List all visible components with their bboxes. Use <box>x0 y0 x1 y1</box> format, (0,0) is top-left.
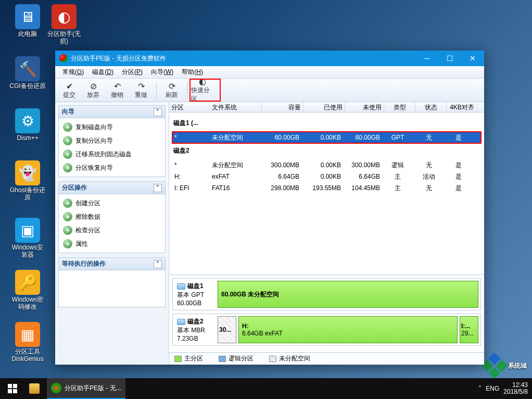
disk-icon <box>177 319 185 325</box>
wizard-panel: 向导 ˄ ✦复制磁盘向导✦复制分区向导✦迁移系统到固态磁盘✦分区恢复向导 <box>58 105 166 177</box>
wizard-icon: ✦ <box>63 212 72 221</box>
grid-header: 分区文件系统容量已使用未使用类型状态4KB对齐 <box>169 102 484 113</box>
partition-block[interactable]: 30... <box>218 316 236 343</box>
watermark: 系统城 <box>485 356 527 375</box>
icon-label: Ghost备份还原 <box>9 186 46 201</box>
disk-icon <box>177 283 185 290</box>
swatch <box>269 356 276 362</box>
app-icon: ◐ <box>52 4 77 29</box>
toolbar: ✔提交⊘放弃↶撤销↷重做⟳刷新◐快速分区 <box>55 79 484 102</box>
toolbar-快速分区[interactable]: ◐快速分区 <box>191 80 214 101</box>
column-header[interactable]: 4KB对齐 <box>447 102 478 112</box>
desktop-icon-7[interactable]: ▦分区工具DiskGenius <box>9 322 46 363</box>
partition-row[interactable]: *未分配空间60.00GB0.00KB60.00GBGPT无是 <box>172 132 481 143</box>
icon-label: Dism++ <box>9 134 46 142</box>
wizard-icon: ✦ <box>63 149 72 159</box>
column-header[interactable]: 状态 <box>415 102 447 112</box>
partition-row[interactable]: H:exFAT6.64GB0.00KB6.64GB主活动是 <box>172 171 481 182</box>
menu-item[interactable]: 分区(P) <box>118 66 147 78</box>
minimize-button[interactable]: ─ <box>415 51 438 66</box>
column-header[interactable]: 未使用 <box>345 102 384 112</box>
toolbar-刷新[interactable]: ⟳刷新 <box>160 80 184 101</box>
maximize-button[interactable]: ☐ <box>438 51 461 66</box>
sidebar-item[interactable]: ✦擦除数据 <box>59 210 165 223</box>
partops-panel-header[interactable]: 分区操作 ˄ <box>59 182 165 194</box>
sidebar-item[interactable]: ✦属性 <box>59 237 165 251</box>
clock[interactable]: 12:43 2018/5/8 <box>503 382 528 395</box>
lang-indicator[interactable]: ENG <box>486 385 499 392</box>
sidebar-item[interactable]: ✦复制分区向导 <box>59 134 165 147</box>
menu-item[interactable]: 磁盘(D) <box>88 66 118 78</box>
collapse-icon[interactable]: ˄ <box>154 108 162 116</box>
menu-item[interactable]: 向导(W) <box>147 66 178 78</box>
taskbar: 分区助手PE版 - 无... ˄ ENG 12:43 2018/5/8 <box>0 378 532 399</box>
sidebar-item[interactable]: ✦创建分区 <box>59 196 165 210</box>
toolbar-放弃[interactable]: ⊘放弃 <box>81 80 105 101</box>
partition-block[interactable]: 60.00GB 未分配空间 <box>218 281 478 308</box>
disk-maps: 磁盘1基本 GPT60.00GB60.00GB 未分配空间磁盘2基本 MBR7.… <box>169 275 484 352</box>
sidebar: 向导 ˄ ✦复制磁盘向导✦复制分区向导✦迁移系统到固态磁盘✦分区恢复向导 分区操… <box>55 102 169 365</box>
desktop-icon-6[interactable]: 🔑Windows密码修改 <box>9 270 46 310</box>
column-header[interactable]: 类型 <box>384 102 415 112</box>
system-tray[interactable]: ˄ ENG 12:43 2018/5/8 <box>474 382 532 395</box>
disk-map[interactable]: 磁盘1基本 GPT60.00GB60.00GB 未分配空间 <box>172 278 481 310</box>
grid-body[interactable]: 磁盘1 (...*未分配空间60.00GB0.00KB60.00GBGPT无是磁… <box>169 113 484 275</box>
legend-item: 主分区 <box>174 354 203 363</box>
icon-label: 此电脑 <box>9 30 46 38</box>
icon-label: 分区助手(无损) <box>46 30 82 45</box>
partition-block[interactable]: H:6.64GB exFAT <box>238 316 458 343</box>
icon-label: 分区工具DiskGenius <box>9 348 46 363</box>
menu-item[interactable]: 常规(G) <box>58 66 88 78</box>
desktop-icon-2[interactable]: 🔨CGI备份还原 <box>9 56 46 90</box>
pending-panel: 等待执行的操作 ˄ <box>58 257 166 307</box>
column-header[interactable]: 文件系统 <box>210 102 262 112</box>
taskbar-partition-assistant[interactable]: 分区助手PE版 - 无... <box>47 378 125 399</box>
app-icon: ▦ <box>15 322 40 347</box>
desktop-icon-4[interactable]: 👻Ghost备份还原 <box>9 160 46 201</box>
collapse-icon[interactable]: ˄ <box>154 260 162 268</box>
partition-block[interactable]: I:...29... <box>460 316 478 343</box>
sidebar-item[interactable]: ✦分区恢复向导 <box>59 161 165 174</box>
pending-panel-header[interactable]: 等待执行的操作 ˄ <box>59 258 165 270</box>
wizard-panel-header[interactable]: 向导 ˄ <box>59 106 165 118</box>
desktop-icon-5[interactable]: ▣Windows安装器 <box>9 218 46 258</box>
tray-up-icon[interactable]: ˄ <box>478 385 482 392</box>
taskbar-file-explorer[interactable] <box>25 378 47 399</box>
wizard-icon: ✦ <box>63 136 72 145</box>
titlebar[interactable]: 分区助手PE版 - 无损分区免费软件 ─ ☐ ✕ <box>55 51 484 66</box>
sidebar-item[interactable]: ✦检查分区 <box>59 223 165 237</box>
wizard-icon: ✦ <box>63 122 72 132</box>
start-button[interactable] <box>0 378 25 399</box>
legend: 主分区逻辑分区未分配空间 <box>169 352 484 365</box>
sidebar-item[interactable]: ✦迁移系统到固态磁盘 <box>59 147 165 161</box>
app-icon: 👻 <box>15 160 40 185</box>
partition-row[interactable]: I: EFIFAT16298.00MB193.55MB104.45MB主无是 <box>172 182 481 194</box>
app-icon: ⚙ <box>15 108 40 133</box>
partition-assistant-window: 分区助手PE版 - 无损分区免费软件 ─ ☐ ✕ 常规(G)磁盘(D)分区(P)… <box>55 51 484 365</box>
collapse-icon[interactable]: ˄ <box>154 184 162 192</box>
window-title: 分区助手PE版 - 无损分区免费软件 <box>71 54 415 63</box>
icon-label: CGI备份还原 <box>9 82 46 90</box>
main-area: 分区文件系统容量已使用未使用类型状态4KB对齐 磁盘1 (...*未分配空间60… <box>169 102 484 365</box>
sidebar-item[interactable]: ✦复制磁盘向导 <box>59 120 165 134</box>
folder-icon <box>29 383 40 394</box>
app-icon <box>59 54 68 63</box>
desktop-icon-0[interactable]: 🖥此电脑 <box>9 4 46 38</box>
toolbar-提交[interactable]: ✔提交 <box>57 80 81 101</box>
wizard-icon: ✦ <box>63 163 72 172</box>
column-header[interactable]: 已使用 <box>303 102 345 112</box>
desktop-icon-1[interactable]: ◐分区助手(无损) <box>46 4 82 45</box>
toolbar-撤销[interactable]: ↶撤销 <box>105 80 129 101</box>
desktop-icon-3[interactable]: ⚙Dism++ <box>9 108 46 142</box>
app-icon <box>51 383 61 393</box>
disk-map[interactable]: 磁盘2基本 MBR7.23GB30...H:6.64GB exFATI:...2… <box>172 314 481 346</box>
toolbar-重做[interactable]: ↷重做 <box>129 80 153 101</box>
column-header[interactable]: 容量 <box>262 102 303 112</box>
partops-panel: 分区操作 ˄ ✦创建分区✦擦除数据✦检查分区✦属性 <box>58 181 166 253</box>
快速分区-icon: ◐ <box>199 77 206 86</box>
partition-row[interactable]: *未分配空间300.00MB0.00KB300.00MB逻辑无是 <box>172 159 481 171</box>
重做-icon: ↷ <box>138 81 145 91</box>
wizard-icon: ✦ <box>63 198 72 208</box>
close-button[interactable]: ✕ <box>461 51 484 66</box>
app-icon: 🔨 <box>15 56 40 81</box>
